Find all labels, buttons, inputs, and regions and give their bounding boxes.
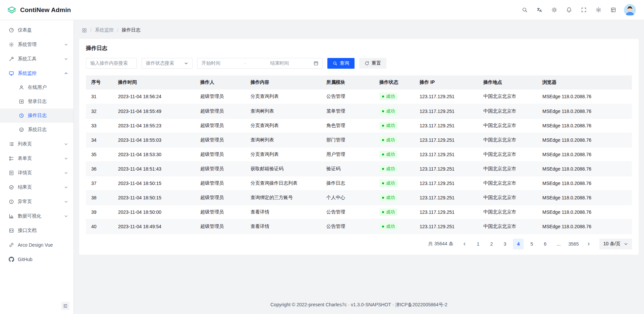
notification-icon[interactable] [563,4,575,16]
fullscreen-icon[interactable] [578,4,590,16]
page-button-2[interactable]: 2 [486,239,497,249]
page-button-3565[interactable]: 3565 [567,239,580,249]
status-badge: 成功 [379,180,397,187]
brand[interactable]: ContiNew Admin [7,6,71,14]
cell-content: 查询树列表 [245,133,321,147]
sidebar-item-system-logs[interactable]: 系统日志 [0,123,73,137]
cell-time: 2023-11-04 18:50:00 [113,205,195,219]
cell-content: 分页查询列表 [245,118,321,133]
layout-icon[interactable] [607,4,619,16]
sidebar: 仪表盘 系统管理 系统工具 [0,20,74,314]
sidebar-collapse-button[interactable] [61,302,69,310]
search-button[interactable]: 查询 [327,58,355,69]
cell-location: 中国北京北京市 [478,176,537,190]
cell-status: 成功 [374,176,414,190]
page-button-5[interactable]: 5 [526,239,537,249]
sidebar-item-label: 在线用户 [28,84,68,90]
translate-icon[interactable] [533,4,545,16]
dashboard-icon [9,27,14,33]
cell-status: 成功 [374,162,414,176]
cell-ip: 123.117.129.251 [414,89,478,104]
sidebar-item-api-docs[interactable]: 接口文档 [0,223,73,238]
cell-module: 菜单管理 [321,104,374,118]
operation-log-table: 序号 操作时间 操作人 操作内容 所属模块 操作状态 操作 IP 操作地点 浏览… [86,75,632,234]
status-text: 成功 [386,151,395,158]
cell-location: 中国北京北京市 [478,89,537,104]
sidebar-item-online-users[interactable]: 在线用户 [0,80,73,95]
sidebar-submenu-monitor: 在线用户 登录日志 操作日志 [0,80,73,137]
reset-button[interactable]: 重置 [359,58,386,69]
sidebar-item-operation-logs[interactable]: 操作日志 [0,109,73,123]
sidebar-item-form-pages[interactable]: 表单页 [0,151,73,166]
cell-browser: MSEdge 118.0.2088.76 [537,205,632,219]
avatar[interactable] [624,4,636,16]
cell-content: 分页查询列表 [245,147,321,162]
prev-page-button[interactable] [459,239,470,249]
chevron-down-icon [64,156,68,161]
check-circle-icon [9,185,14,190]
cell-browser: MSEdge 118.0.2088.76 [537,147,632,162]
sidebar-item-list-pages[interactable]: 列表页 [0,137,73,151]
page-button-3[interactable]: 3 [499,239,510,249]
sidebar-item-detail-pages[interactable]: 详情页 [0,166,73,180]
sidebar-item-result-pages[interactable]: 结果页 [0,180,73,194]
chevron-down-icon [64,142,68,146]
sidebar-item-label: 仪表盘 [18,27,68,33]
user-icon [19,85,24,90]
sidebar-item-system-monitor[interactable]: 系统监控 [0,66,73,80]
settings-icon[interactable] [592,4,604,16]
cell-content: 查询树列表 [245,104,321,118]
filter-bar: 输入操作内容搜索 操作状态搜索 开始时间 - 结束时间 [86,58,632,69]
chevron-down-icon [64,200,68,204]
page-button-1[interactable]: 1 [473,239,483,249]
theme-icon[interactable] [548,4,560,16]
pagination-total: 共 35644 条 [428,241,453,247]
select-placeholder: 操作状态搜索 [146,60,174,66]
sidebar-item-system-tools[interactable]: 系统工具 [0,52,73,66]
link-icon [9,242,14,248]
page-size-select[interactable]: 10 条/页 [599,239,632,249]
sidebar-item-dashboard[interactable]: 仪表盘 [0,23,73,37]
content-search-input[interactable]: 输入操作内容搜索 [86,58,137,69]
sidebar-item-label: 结果页 [18,184,60,190]
cell-time: 2023-11-04 18:53:30 [113,147,195,162]
status-badge: 成功 [379,122,397,129]
table-row: 37 2023-11-04 18:50:15 超级管理员 分页查询操作日志列表 … [86,176,632,190]
column-header-operator: 操作人 [195,75,245,89]
page-button-6[interactable]: 6 [540,239,550,249]
breadcrumb-item-system-monitor[interactable]: 系统监控 [95,27,114,33]
status-select[interactable]: 操作状态搜索 [142,58,193,69]
sidebar-item-exception-pages[interactable]: 异常页 [0,194,73,209]
chevron-down-icon [64,171,68,175]
sidebar-item-arco-design-vue[interactable]: Arco Design Vue [0,238,73,252]
gear-icon [9,42,14,47]
cell-operator: 超级管理员 [195,162,245,176]
cell-status: 成功 [374,118,414,133]
cell-location: 中国北京北京市 [478,205,537,219]
cell-no: 35 [86,147,113,162]
status-dot-icon [382,96,384,98]
sidebar-item-system-management[interactable]: 系统管理 [0,37,73,52]
cell-operator: 超级管理员 [195,190,245,205]
cell-status: 成功 [374,190,414,205]
search-icon[interactable] [519,4,531,16]
sidebar-item-data-visualization[interactable]: 数据可视化 [0,209,73,223]
page-button-4[interactable]: 4 [513,239,524,249]
cell-content: 查看详情 [245,219,321,234]
status-text: 成功 [386,137,395,143]
cell-ip: 123.117.129.251 [414,205,478,219]
reset-button-label: 重置 [372,60,381,66]
status-badge: 成功 [379,93,397,100]
cell-no: 39 [86,205,113,219]
apps-icon[interactable] [82,28,87,33]
date-range-picker[interactable]: 开始时间 - 结束时间 [197,58,323,69]
status-dot-icon [382,168,384,170]
sidebar-item-login-logs[interactable]: 登录日志 [0,95,73,109]
pagination: 共 35644 条 123456...3565 10 条/页 [86,239,632,249]
cell-module: 用户管理 [321,147,374,162]
code-square-icon [9,228,14,233]
status-text: 成功 [386,122,395,129]
table-row: 32 2023-11-04 18:55:49 超级管理员 查询树列表 菜单管理 … [86,104,632,118]
next-page-button[interactable] [583,239,594,249]
sidebar-item-github[interactable]: GitHub [0,252,73,266]
